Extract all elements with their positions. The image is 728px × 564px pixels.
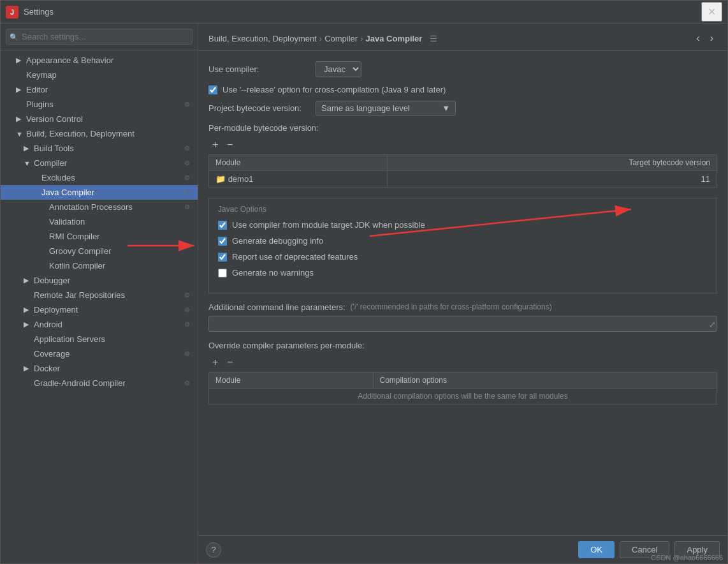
settings-window: J Settings ✕ ▶ Appearance & Behavior ▶	[0, 0, 728, 564]
add-module-button[interactable]: +	[208, 138, 222, 152]
expand-arrow-bt: ▶	[24, 144, 31, 152]
sidebar-item-excludes[interactable]: ▶ Excludes ⚙	[1, 170, 198, 185]
settings-icon-jc: ⚙	[184, 189, 190, 196]
title-bar: J Settings ✕	[1, 1, 727, 24]
sidebar-item-label: RMI Compiler	[49, 232, 99, 241]
folder-icon: 📁	[215, 174, 226, 184]
override-remove-button[interactable]: −	[223, 355, 237, 369]
sidebar-item-coverage[interactable]: ▶ Coverage ⚙	[1, 346, 198, 361]
opt4-checkbox[interactable]	[218, 269, 227, 278]
expand-arrow-compiler: ▼	[24, 160, 31, 167]
sidebar-item-build-tools[interactable]: ▶ Build Tools ⚙	[1, 141, 198, 156]
opt1-row: Use compiler from module target JDK when…	[218, 220, 708, 230]
sidebar-item-groovy[interactable]: ▶ Groovy Compiler	[1, 244, 198, 258]
sidebar-item-label: Version Control	[26, 114, 83, 124]
search-input[interactable]	[6, 29, 193, 45]
sidebar-item-label: Docker	[34, 364, 60, 373]
window-title: Settings	[24, 7, 54, 17]
sidebar-item-label: Validation	[49, 217, 85, 226]
breadcrumb-part-2: Compiler	[324, 34, 358, 43]
sidebar-item-validation[interactable]: ▶ Validation	[1, 214, 198, 229]
sidebar-item-annotation[interactable]: ▶ Annotation Processors ⚙	[1, 200, 198, 214]
sidebar-item-label: Appearance & Behavior	[26, 56, 113, 65]
override-options-col: Compilation options	[373, 373, 717, 389]
sidebar-item-plugins[interactable]: ▶ Plugins ⚙	[1, 97, 198, 112]
sidebar-item-app-servers[interactable]: ▶ Application Servers	[1, 332, 198, 346]
sidebar-item-label: Kotlin Compiler	[49, 261, 105, 271]
settings-icon-ap: ⚙	[184, 204, 190, 211]
additional-params-label: Additional command line parameters:	[208, 302, 346, 312]
javac-options-title: Javac Options	[218, 205, 708, 214]
additional-params-input[interactable]	[208, 316, 717, 332]
opt2-checkbox[interactable]	[218, 237, 227, 246]
opt1-checkbox[interactable]	[218, 221, 227, 230]
settings-icon-dep: ⚙	[184, 306, 190, 313]
sidebar-item-version-control[interactable]: ▶ Version Control	[1, 112, 198, 126]
content-nav: ‹ ›	[692, 31, 717, 45]
ok-button[interactable]: OK	[578, 541, 615, 558]
settings-icon-cov: ⚙	[184, 350, 190, 357]
opt1-label: Use compiler from module target JDK when…	[232, 220, 425, 230]
settings-icon-bt: ⚙	[184, 145, 190, 152]
override-label: Override compiler parameters per-module:	[208, 341, 717, 350]
sidebar-item-rmi[interactable]: ▶ RMI Compiler	[1, 229, 198, 244]
sidebar-item-remote-jar[interactable]: ▶ Remote Jar Repositories ⚙	[1, 288, 198, 302]
sidebar-item-deployment[interactable]: ▶ Deployment ⚙	[1, 302, 198, 317]
nav-back-button[interactable]: ‹	[692, 31, 703, 45]
close-button[interactable]: ✕	[701, 2, 722, 22]
target-col-header: Target bytecode version	[388, 155, 717, 171]
override-table: Module Compilation options Additional co…	[208, 372, 717, 404]
remove-module-button[interactable]: −	[223, 138, 237, 152]
breadcrumb-part-1: Build, Execution, Deployment	[208, 34, 317, 43]
question-wrap: ?	[206, 542, 221, 558]
sidebar-item-appearance[interactable]: ▶ Appearance & Behavior	[1, 53, 198, 68]
sidebar-item-label: Editor	[26, 85, 48, 94]
sidebar-item-label: Debugger	[34, 276, 70, 285]
sidebar-item-label: Annotation Processors	[49, 202, 133, 212]
sidebar-item-debugger[interactable]: ▶ Debugger	[1, 273, 198, 288]
bytecode-dropdown[interactable]: Same as language level ▼	[316, 101, 456, 115]
help-button[interactable]: ?	[206, 542, 221, 558]
app-icon: J	[6, 6, 18, 19]
sidebar-item-label: Java Compiler	[41, 188, 94, 197]
expand-arrow-editor: ▶	[16, 85, 24, 94]
additional-params-hint: ('/' recommended in paths for cross-plat…	[351, 302, 552, 311]
sidebar-item-label: Coverage	[34, 349, 69, 359]
nav-forward-button[interactable]: ›	[706, 31, 717, 45]
sidebar-item-gradle-android[interactable]: ▶ Gradle-Android Compiler ⚙	[1, 376, 198, 390]
content-body: Use compiler: Javac Use '--release' opti…	[198, 51, 727, 535]
sidebar-item-label: Remote Jar Repositories	[34, 290, 125, 300]
opt4-label: Generate no warnings	[232, 268, 314, 278]
sidebar-item-label: Compiler	[34, 158, 67, 168]
sidebar-item-build-execution[interactable]: ▼ Build, Execution, Deployment	[1, 126, 198, 141]
sidebar-item-label: Keymap	[26, 70, 57, 80]
opt3-checkbox[interactable]	[218, 253, 227, 262]
javac-options-box: Javac Options Use compiler from module t…	[208, 198, 717, 293]
override-module-col: Module	[209, 373, 374, 389]
cross-compile-checkbox[interactable]	[208, 85, 217, 94]
use-compiler-label: Use compiler:	[208, 64, 310, 74]
sidebar-item-label: Android	[34, 320, 62, 329]
opt2-row: Generate debugging info	[218, 236, 708, 246]
settings-icon-android: ⚙	[184, 321, 190, 328]
additional-params-header: Additional command line parameters: ('/'…	[208, 302, 717, 312]
javac-options-section: Javac Options Use compiler from module t…	[208, 198, 717, 293]
table-row: 📁 demo1 11	[209, 171, 717, 188]
sidebar-item-keymap[interactable]: ▶ Keymap	[1, 68, 198, 82]
sidebar-item-java-compiler[interactable]: ▶ Java Compiler ⚙	[1, 185, 198, 200]
sidebar-item-docker[interactable]: ▶ Docker	[1, 361, 198, 376]
sidebar-item-compiler[interactable]: ▼ Compiler ⚙	[1, 156, 198, 170]
settings-icon-excludes: ⚙	[184, 174, 190, 181]
override-add-button[interactable]: +	[208, 355, 222, 369]
compiler-select[interactable]: Javac	[316, 61, 361, 77]
per-module-section: Per-module bytecode version: + − Module …	[208, 123, 717, 188]
sidebar-item-label: Plugins	[26, 100, 54, 109]
content-panel: Build, Execution, Deployment › Compiler …	[198, 24, 727, 563]
sidebar-item-editor[interactable]: ▶ Editor	[1, 82, 198, 97]
module-col-header: Module	[209, 155, 388, 171]
expand-input-button[interactable]: ⤢	[709, 319, 716, 329]
sidebar-item-kotlin[interactable]: ▶ Kotlin Compiler	[1, 258, 198, 273]
sidebar-item-android[interactable]: ▶ Android ⚙	[1, 317, 198, 332]
additional-params-input-wrap: ⤢	[208, 316, 717, 332]
search-box	[1, 24, 198, 50]
